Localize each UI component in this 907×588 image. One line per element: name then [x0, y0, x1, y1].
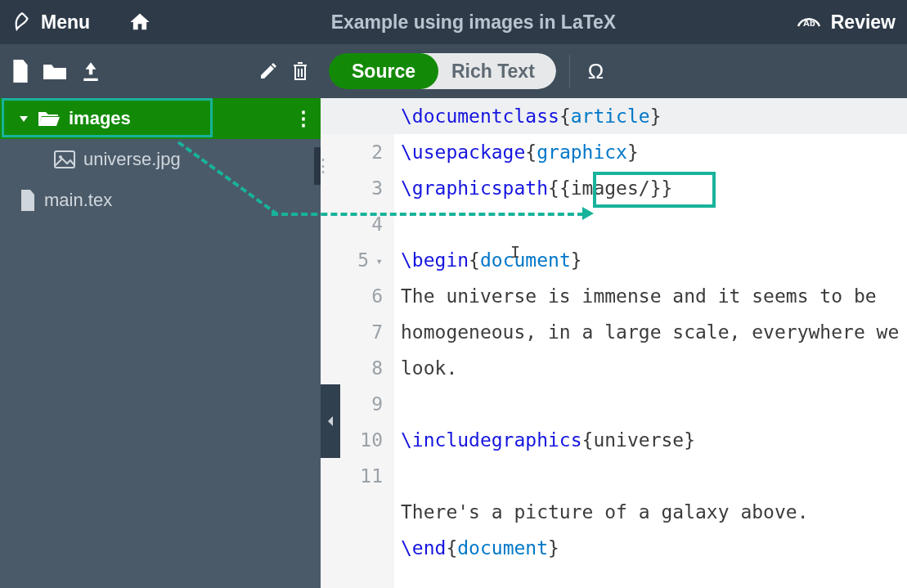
- code-line[interactable]: There's a picture of a galaxy above.: [401, 494, 907, 530]
- file-row-universe[interactable]: universe.jpg: [0, 139, 321, 180]
- line-number: 7: [321, 314, 383, 350]
- rename-button[interactable]: [258, 61, 278, 81]
- code-token: }: [662, 177, 673, 199]
- code-editor[interactable]: 1234567891011 \documentclass{article}\us…: [321, 98, 907, 588]
- folder-row-images[interactable]: images ⋮: [0, 98, 321, 139]
- special-char-button[interactable]: Ω: [583, 59, 608, 84]
- folder-name: images: [69, 108, 131, 129]
- line-number: 5: [321, 242, 383, 278]
- file-name: universe.jpg: [83, 149, 181, 170]
- menu-label: Menu: [41, 11, 90, 34]
- document-file-icon: [20, 190, 36, 211]
- toolbar-divider: [569, 55, 570, 88]
- chevron-down-icon: [18, 113, 29, 124]
- code-token: }: [548, 537, 559, 559]
- code-line[interactable]: \graphicspath{{images/}}: [401, 170, 907, 206]
- code-line[interactable]: [401, 206, 907, 242]
- code-line[interactable]: \documentclass{article}: [321, 98, 907, 134]
- review-button[interactable]: Ab Review: [795, 11, 896, 34]
- folder-actions-button[interactable]: ⋮: [294, 107, 312, 130]
- code-token: {: [469, 249, 480, 271]
- code-line[interactable]: The universe is immense and it seems to …: [401, 278, 907, 386]
- source-tab[interactable]: Source: [329, 53, 438, 89]
- line-number: 8: [321, 350, 383, 386]
- code-line[interactable]: \begin{document}: [401, 242, 907, 278]
- code-token: }: [684, 429, 695, 451]
- code-token: universe: [593, 429, 684, 451]
- code-token: There's a picture of a galaxy above.: [401, 501, 809, 523]
- code-token: \documentclass: [401, 105, 559, 127]
- source-tab-label: Source: [352, 61, 415, 83]
- code-token: {: [548, 177, 559, 199]
- file-row-main-tex[interactable]: main.tex: [0, 180, 321, 221]
- review-label: Review: [831, 11, 896, 34]
- code-line[interactable]: \usepackage{graphicx}: [401, 134, 907, 170]
- svg-text:Ab: Ab: [803, 18, 815, 28]
- delete-button[interactable]: [291, 61, 309, 82]
- code-token: {: [525, 141, 537, 163]
- main-area: images ⋮ universe.jpg main.tex 123456789…: [0, 98, 907, 588]
- code-token: The universe is immense and it seems to …: [401, 285, 907, 379]
- line-number: 6: [321, 278, 383, 314]
- image-file-icon: [54, 150, 75, 168]
- folder-open-icon: [38, 110, 61, 128]
- richtext-tab[interactable]: Rich Text: [420, 53, 556, 89]
- code-token: {: [582, 429, 594, 451]
- code-token: }: [571, 249, 582, 271]
- menu-button[interactable]: Menu: [11, 11, 90, 34]
- code-token: graphicx: [537, 141, 627, 163]
- code-token: \end: [401, 537, 446, 559]
- new-file-button[interactable]: [11, 60, 29, 83]
- richtext-tab-label: Rich Text: [451, 61, 535, 83]
- code-line[interactable]: [401, 386, 907, 422]
- line-number: 11: [321, 458, 383, 494]
- code-line[interactable]: \end{document}: [401, 530, 907, 566]
- panel-collapse-button[interactable]: [321, 384, 340, 458]
- review-icon: Ab: [795, 11, 823, 33]
- code-token: document: [457, 537, 548, 559]
- code-token: }: [650, 105, 662, 127]
- code-token: }: [627, 141, 639, 163]
- code-token: \graphicspath: [401, 177, 548, 199]
- upload-button[interactable]: [80, 61, 101, 82]
- file-tree: images ⋮ universe.jpg main.tex: [0, 98, 321, 588]
- editor-code[interactable]: \documentclass{article}\usepackage{graph…: [401, 98, 907, 588]
- code-line[interactable]: \includegraphics{universe}: [401, 422, 907, 458]
- code-token: \usepackage: [401, 141, 525, 163]
- code-token: {: [559, 105, 571, 127]
- code-token: article: [571, 105, 650, 127]
- code-token: {: [446, 537, 457, 559]
- file-name: main.tex: [44, 190, 112, 211]
- new-folder-button[interactable]: [43, 61, 67, 81]
- leaf-logo-icon: [11, 11, 33, 33]
- svg-rect-1: [55, 151, 74, 168]
- project-title: Example using images in LaTeX: [152, 11, 795, 34]
- home-button[interactable]: [128, 11, 152, 34]
- file-tools: [0, 44, 321, 98]
- toolbar-row: Source Rich Text Ω: [0, 44, 907, 98]
- code-line[interactable]: [401, 458, 907, 494]
- code-token: {images/}: [559, 177, 662, 199]
- panel-resize-handle[interactable]: [314, 147, 321, 185]
- editor-tools: Source Rich Text Ω: [321, 44, 907, 98]
- code-token: \includegraphics: [401, 429, 582, 451]
- code-token: document: [480, 249, 571, 271]
- header-bar: Menu Example using images in LaTeX Ab Re…: [0, 0, 907, 44]
- editor-mode-toggle: Source Rich Text: [329, 53, 556, 89]
- code-token: \begin: [401, 249, 469, 271]
- line-number: 4: [321, 206, 383, 242]
